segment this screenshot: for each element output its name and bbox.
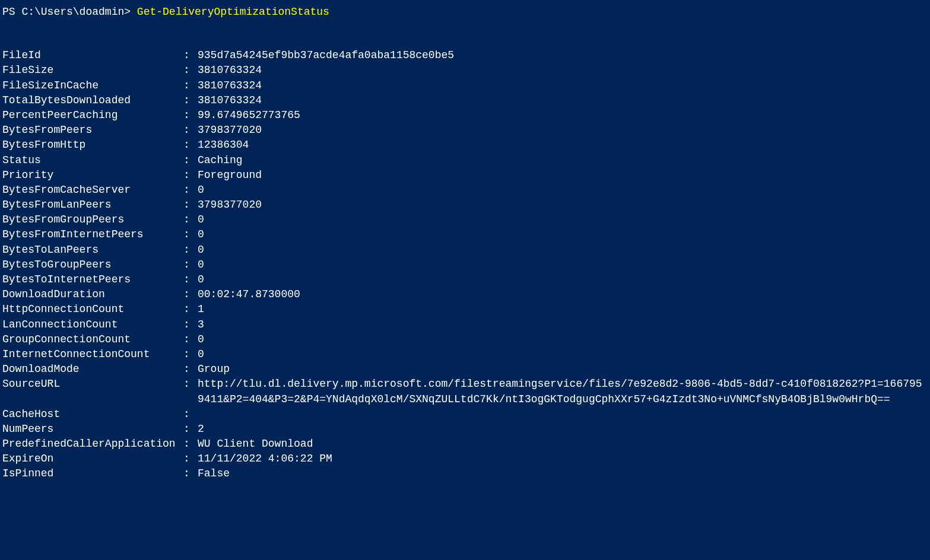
field-value: 0 (198, 257, 928, 272)
field-separator: : (183, 168, 198, 183)
field-value: 3810763324 (198, 63, 928, 78)
field-value: 0 (198, 227, 928, 242)
output-row: HttpConnectionCount: 1 (2, 302, 928, 317)
field-name: PercentPeerCaching (2, 108, 183, 123)
field-separator: : (183, 93, 198, 108)
field-separator: : (183, 227, 198, 242)
field-name: FileId (2, 48, 183, 63)
powershell-terminal[interactable]: PS C:\Users\doadmin> Get-DeliveryOptimiz… (2, 5, 928, 482)
field-separator: : (183, 153, 198, 168)
output-row: BytesFromGroupPeers: 0 (2, 212, 928, 227)
field-name: CacheHost (2, 407, 183, 422)
output-row: IsPinned: False (2, 466, 928, 481)
field-separator: : (183, 257, 198, 272)
output-row: LanConnectionCount: 3 (2, 317, 928, 332)
field-value: 0 (198, 347, 928, 362)
command-output: FileId: 935d7a54245ef9bb37acde4afa0aba11… (2, 48, 928, 481)
field-value: 1 (198, 302, 928, 317)
field-name: Priority (2, 168, 183, 183)
output-row: ExpireOn: 11/11/2022 4:06:22 PM (2, 451, 928, 466)
field-separator: : (183, 317, 198, 332)
output-row: FileId: 935d7a54245ef9bb37acde4afa0aba11… (2, 48, 928, 63)
field-separator: : (183, 63, 198, 78)
field-name: BytesFromGroupPeers (2, 212, 183, 227)
field-separator: : (183, 272, 198, 287)
field-name: BytesFromCacheServer (2, 183, 183, 198)
output-row: TotalBytesDownloaded: 3810763324 (2, 93, 928, 108)
field-name: Status (2, 153, 183, 168)
field-separator: : (183, 123, 198, 138)
field-separator: : (183, 302, 198, 317)
field-name: IsPinned (2, 466, 183, 481)
field-value: 3 (198, 317, 928, 332)
field-separator: : (183, 48, 198, 63)
output-row: BytesFromLanPeers: 3798377020 (2, 198, 928, 212)
field-value: 3798377020 (198, 123, 928, 138)
field-name: PredefinedCallerApplication (2, 437, 183, 451)
field-value: 0 (198, 332, 928, 347)
output-row: SourceURL: http://tlu.dl.delivery.mp.mic… (2, 377, 928, 406)
ps-prompt: PS C:\Users\doadmin> (2, 5, 137, 20)
field-value: 0 (198, 243, 928, 257)
field-name: BytesToLanPeers (2, 243, 183, 257)
output-row: FileSize: 3810763324 (2, 63, 928, 78)
field-value: 2 (198, 422, 928, 437)
field-separator: : (183, 212, 198, 227)
field-separator: : (183, 377, 198, 392)
field-value: 99.6749652773765 (198, 108, 928, 123)
field-name: BytesToGroupPeers (2, 257, 183, 272)
field-name: BytesFromPeers (2, 123, 183, 138)
output-row: Status: Caching (2, 153, 928, 168)
field-separator: : (183, 347, 198, 362)
field-separator: : (183, 243, 198, 257)
field-value: 0 (198, 212, 928, 227)
field-value: 11/11/2022 4:06:22 PM (198, 451, 928, 466)
field-value: http://tlu.dl.delivery.mp.microsoft.com/… (198, 377, 928, 406)
output-row: Priority: Foreground (2, 168, 928, 183)
output-row: NumPeers: 2 (2, 422, 928, 437)
field-value: Caching (198, 153, 928, 168)
field-value: 3810763324 (198, 78, 928, 93)
field-name: FileSize (2, 63, 183, 78)
field-value: Foreground (198, 168, 928, 183)
output-row: BytesToInternetPeers: 0 (2, 272, 928, 287)
field-name: BytesToInternetPeers (2, 272, 183, 287)
field-value: 12386304 (198, 138, 928, 152)
output-row: BytesFromHttp: 12386304 (2, 138, 928, 152)
output-row: BytesFromInternetPeers: 0 (2, 227, 928, 242)
field-separator: : (183, 78, 198, 93)
field-value: WU Client Download (198, 437, 928, 451)
output-row: BytesToGroupPeers: 0 (2, 257, 928, 272)
field-name: NumPeers (2, 422, 183, 437)
output-row: CacheHost: (2, 407, 928, 422)
field-name: DownloadDuration (2, 287, 183, 302)
field-name: HttpConnectionCount (2, 302, 183, 317)
prompt-line: PS C:\Users\doadmin> Get-DeliveryOptimiz… (2, 5, 928, 20)
output-row: PercentPeerCaching: 99.6749652773765 (2, 108, 928, 123)
field-name: GroupConnectionCount (2, 332, 183, 347)
field-separator: : (183, 437, 198, 451)
field-name: DownloadMode (2, 362, 183, 377)
command-text: Get-DeliveryOptimizationStatus (137, 5, 329, 20)
output-row: GroupConnectionCount: 0 (2, 332, 928, 347)
field-value: 935d7a54245ef9bb37acde4afa0aba1158ce0be5 (198, 48, 928, 63)
field-separator: : (183, 183, 198, 198)
field-separator: : (183, 287, 198, 302)
field-name: BytesFromLanPeers (2, 198, 183, 212)
output-row: DownloadMode: Group (2, 362, 928, 377)
field-name: LanConnectionCount (2, 317, 183, 332)
field-separator: : (183, 422, 198, 437)
field-value: Group (198, 362, 928, 377)
field-value: False (198, 466, 928, 481)
field-name: BytesFromHttp (2, 138, 183, 152)
field-separator: : (183, 198, 198, 212)
field-value: 0 (198, 272, 928, 287)
field-separator: : (183, 108, 198, 123)
output-row: InternetConnectionCount: 0 (2, 347, 928, 362)
field-name: BytesFromInternetPeers (2, 227, 183, 242)
field-name: TotalBytesDownloaded (2, 93, 183, 108)
output-row: BytesFromCacheServer: 0 (2, 183, 928, 198)
field-name: ExpireOn (2, 451, 183, 466)
output-row: DownloadDuration: 00:02:47.8730000 (2, 287, 928, 302)
output-row: BytesToLanPeers: 0 (2, 243, 928, 257)
